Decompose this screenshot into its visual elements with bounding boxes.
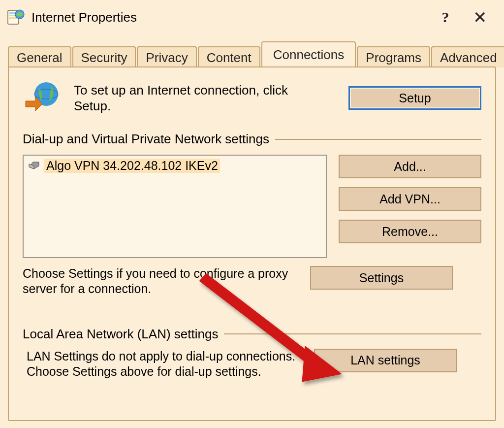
- window-title: Internet Properties: [32, 10, 137, 25]
- globe-arrow-icon: [23, 79, 64, 117]
- help-button[interactable]: ?: [428, 5, 463, 29]
- tab-connections[interactable]: Connections: [261, 41, 356, 66]
- setup-instruction-text: To set up an Internet connection, click …: [74, 82, 290, 114]
- svg-rect-3: [9, 17, 17, 19]
- tabstrip: General Security Privacy Content Connect…: [8, 41, 496, 66]
- close-button[interactable]: ✕: [463, 5, 497, 29]
- add-button[interactable]: Add...: [339, 155, 481, 178]
- remove-button[interactable]: Remove...: [339, 220, 481, 243]
- add-vpn-button[interactable]: Add VPN...: [339, 187, 481, 211]
- connection-icon: [28, 159, 40, 173]
- internet-options-icon: [7, 8, 25, 26]
- tab-content[interactable]: Content: [198, 46, 260, 67]
- lan-instruction-text: LAN Settings do not apply to dial-up con…: [27, 349, 302, 380]
- connection-item-label: Algo VPN 34.202.48.102 IKEv2: [44, 159, 220, 173]
- tab-privacy[interactable]: Privacy: [137, 46, 196, 67]
- lan-group-title: Local Area Network (LAN) settings: [23, 327, 218, 342]
- proxy-instruction-text: Choose Settings if you need to configure…: [23, 266, 298, 297]
- connection-list-item[interactable]: Algo VPN 34.202.48.102 IKEv2: [28, 159, 322, 173]
- tab-panel-connections: To set up an Internet connection, click …: [8, 66, 496, 421]
- settings-button[interactable]: Settings: [310, 266, 453, 290]
- group-separator: [275, 139, 481, 140]
- tab-security[interactable]: Security: [72, 46, 136, 67]
- titlebar: Internet Properties ? ✕: [0, 0, 504, 33]
- dialup-group-title: Dial-up and Virtual Private Network sett…: [23, 132, 269, 147]
- tab-general[interactable]: General: [8, 46, 71, 67]
- group-separator: [224, 333, 481, 334]
- setup-button[interactable]: Setup: [348, 86, 481, 110]
- lan-settings-button[interactable]: LAN settings: [314, 349, 457, 372]
- tab-advanced[interactable]: Advanced: [431, 46, 504, 67]
- tab-programs[interactable]: Programs: [357, 46, 430, 67]
- connection-list[interactable]: Algo VPN 34.202.48.102 IKEv2: [23, 155, 327, 258]
